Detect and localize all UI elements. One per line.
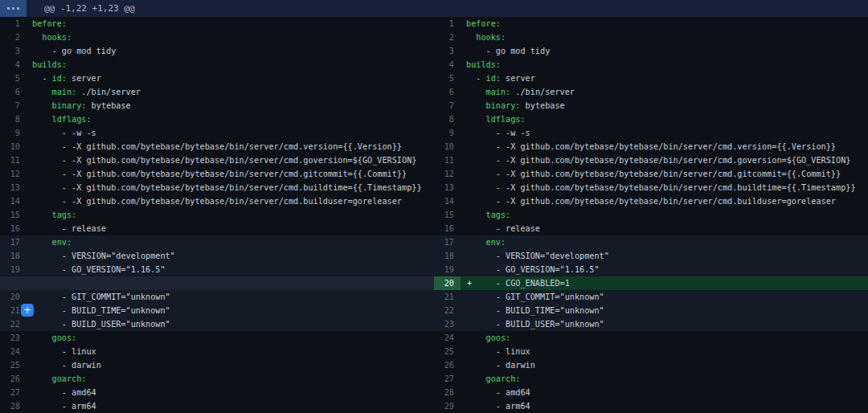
code-text: server [501,74,535,83]
diff-row: 17 env: [434,235,868,249]
code-line: - CGO_ENABLED=1+ [461,276,868,290]
diff-row: 22 - BUILD_TIME="unknown" [434,304,868,317]
diff-row: 21 - GIT_COMMIT="unknown" [434,290,868,304]
yaml-key: env: [486,238,506,247]
diff-row: 7 binary: bytebase [434,99,868,112]
diff-row: 4builds: [0,58,434,72]
diff-row: 3 - go mod tidy [434,44,868,58]
line-number: 27 [0,386,27,399]
code-text: - -X github.com/bytebase/bytebase/bin/se… [466,142,836,151]
code-text: - BUILD_USER="unknown" [32,320,170,329]
diff-row: 23 - BUILD_USER="unknown" [434,317,868,331]
code-text [32,115,52,124]
code-text: - -w -s [466,129,530,137]
code-text: server [67,74,101,83]
code-text: - arm64 [32,402,96,411]
line-number: 24 [434,331,461,345]
line-number: 22 [434,304,461,317]
line-number: 2 [0,31,27,44]
yaml-key: goos: [52,333,77,342]
code-line: - darwin [27,358,434,372]
code-line: - release [461,222,868,235]
code-line: - -X github.com/bytebase/bytebase/bin/se… [27,167,434,181]
code-line: - GO_VERSION="1.16.5" [461,263,868,276]
code-text: - release [466,224,540,233]
code-text: - amd64 [32,388,96,397]
diff-row: 8 ldflags: [0,112,434,126]
diff-row-placeholder [0,276,434,290]
code-line: - amd64 [461,386,868,399]
diff-row: 15 tags: [0,208,434,222]
code-line: - -X github.com/bytebase/bytebase/bin/se… [461,181,868,194]
code-line: - BUILD_USER="unknown" [27,317,434,331]
side-by-side-diff: 1before:2 hooks:3 - go mod tidy4builds:5… [0,17,868,413]
add-comment-button[interactable]: + [21,304,34,317]
diff-row: 23 goos: [0,331,434,345]
code-text: - amd64 [466,388,530,397]
line-number: 20 [434,276,461,290]
yaml-key: binary: [486,101,521,110]
diff-row: 27 - amd64 [0,386,434,399]
code-line: - BUILD_USER="unknown" [461,317,868,331]
line-number: 16 [0,222,27,235]
line-number: 6 [0,85,27,99]
code-text: - go mod tidy [466,47,550,55]
diff-row: 13 - -X github.com/bytebase/bytebase/bin… [0,181,434,194]
code-text: - GO_VERSION="1.16.5" [466,265,600,274]
code-line: - VERSION="development" [27,249,434,263]
line-number: 3 [0,44,27,58]
code-line: builds: [461,58,868,72]
code-line: before: [27,17,434,31]
diff-row: 29 - arm64 [434,399,868,413]
code-text [32,211,52,219]
code-text: - [32,74,52,83]
yaml-key: ldflags: [486,115,526,124]
code-text: - CGO_ENABLED=1 [466,279,570,288]
diff-row: 18 - VERSION="development" [0,249,434,263]
diff-row: 27 goarch: [434,372,868,386]
yaml-key: before: [32,19,67,28]
code-line: goos: [27,331,434,345]
code-text: - -X github.com/bytebase/bytebase/bin/se… [32,170,407,178]
diff-row: 4builds: [434,58,868,72]
code-line: - linux [27,345,434,358]
line-number: 2 [434,31,461,44]
code-line: - -X github.com/bytebase/bytebase/bin/se… [461,167,868,181]
code-line: - BUILD_TIME="unknown" [461,304,868,317]
code-text: - -X github.com/bytebase/bytebase/bin/se… [466,170,841,178]
code-text: bytebase [520,101,564,110]
line-number: 28 [434,386,461,399]
line-number: 13 [0,181,27,194]
diff-row: 22 - BUILD_USER="unknown" [0,317,434,331]
yaml-key: goarch: [486,374,521,383]
code-line: main: ./bin/server [27,85,434,99]
code-text: - darwin [32,361,101,370]
line-number: 8 [434,112,461,126]
code-text: - linux [466,347,530,356]
line-number: 8 [0,112,27,126]
code-text: - BUILD_USER="unknown" [466,320,604,329]
addition-marker: + [467,276,472,290]
line-number: 19 [434,263,461,276]
code-line: - id: server [461,72,868,85]
expand-context-button[interactable] [0,0,27,17]
code-line: - arm64 [27,399,434,413]
yaml-key: id: [52,74,67,83]
line-number: 25 [0,358,27,372]
line-number: 5 [0,72,27,85]
diff-row: 7 binary: bytebase [0,99,434,112]
diff-row: 26 - darwin [434,358,868,372]
code-text: - BUILD_TIME="unknown" [32,306,170,315]
yaml-key: ldflags: [52,115,92,124]
diff-row: 15 tags: [434,208,868,222]
code-line: - -w -s [27,126,434,140]
line-number: 19 [0,263,27,276]
yaml-key: goarch: [52,374,87,383]
diff-row: 2 hooks: [0,31,434,44]
code-line: - VERSION="development" [461,249,868,263]
diff-row: 2 hooks: [434,31,868,44]
line-number: 11 [434,153,461,167]
diff-row: 19 - GO_VERSION="1.16.5" [434,263,868,276]
yaml-key: goos: [486,333,511,342]
code-line: - id: server [27,72,434,85]
